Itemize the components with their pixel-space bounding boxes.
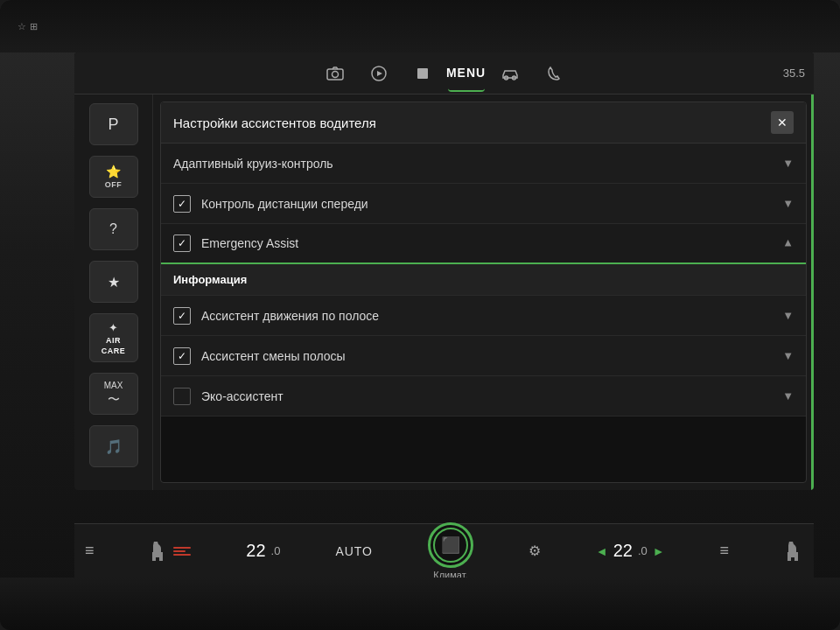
- parking-button[interactable]: P: [89, 103, 138, 145]
- green-accent-line: [811, 94, 814, 490]
- favorites-icon: ★: [108, 274, 120, 290]
- list-item[interactable]: Адаптивный круиз-контроль ▼: [161, 144, 806, 184]
- air-care-button[interactable]: ✦ AIR CARE: [89, 313, 138, 362]
- media-button[interactable]: 🎵: [89, 425, 138, 467]
- content-area: P ⭐ OFF ? ★ ✦ AIR CARE: [74, 94, 814, 490]
- main-panel: › Настройки ассистентов водителя ✕ Адапт…: [153, 94, 814, 490]
- outside-temp: 35.5: [783, 66, 805, 80]
- info-button[interactable]: ?: [89, 208, 138, 250]
- auto-section: AUTO: [335, 544, 373, 558]
- dialog-title: Настройки ассистентов водителя: [173, 116, 376, 130]
- menu-nav-button[interactable]: MENU: [448, 55, 485, 92]
- distance-checkbox[interactable]: ✓: [173, 195, 191, 213]
- svg-rect-4: [417, 68, 428, 79]
- favorites-button[interactable]: ★: [89, 261, 138, 303]
- chevron-down-icon: ▼: [782, 389, 794, 402]
- svg-marker-3: [377, 71, 382, 76]
- status-icons: ☆⊞: [18, 21, 38, 32]
- lane-checkbox[interactable]: ✓: [173, 307, 191, 325]
- right-menu-lines-icon[interactable]: ≡: [720, 542, 730, 560]
- off-label: OFF: [105, 180, 122, 189]
- emergency-assist-label: Emergency Assist: [201, 236, 772, 250]
- care-label: CARE: [102, 346, 126, 355]
- emergency-checkbox[interactable]: ✓: [173, 234, 191, 252]
- right-arrow-icon[interactable]: ►: [653, 544, 665, 558]
- top-nav: MENU 35.5: [74, 52, 814, 94]
- left-temp-decimal: .0: [271, 544, 281, 557]
- left-climate-section: ≡: [85, 542, 94, 560]
- list-item[interactable]: ✓ Ассистент движения по полосе ▼: [161, 296, 806, 336]
- left-arrow-icon[interactable]: ◄: [596, 544, 608, 558]
- lane-change-label: Ассистент смены полосы: [201, 349, 772, 363]
- distance-control-label: Контроль дистанции спереди: [201, 197, 772, 211]
- dialog-close-button[interactable]: ✕: [771, 111, 794, 134]
- screen-icon: ⬛: [441, 536, 460, 555]
- eco-checkbox[interactable]: [173, 388, 191, 405]
- wind-icon: 〜: [108, 392, 120, 408]
- chevron-down-icon: ▼: [782, 157, 794, 170]
- music-icon: 🎵: [105, 438, 122, 455]
- chevron-down-icon: ▼: [782, 197, 794, 210]
- chevron-down-icon: ▼: [782, 309, 794, 322]
- auto-label: AUTO: [335, 544, 373, 558]
- gear-icon[interactable]: ⚙: [528, 542, 541, 559]
- top-bar: ☆⊞: [0, 0, 840, 52]
- chevron-down-icon: ▼: [782, 349, 794, 362]
- lane-change-checkbox[interactable]: ✓: [173, 347, 191, 365]
- media-nav-icon[interactable]: [360, 55, 397, 92]
- left-temp-value: 22: [246, 541, 265, 561]
- right-temp-section: ◄ 22 .0 ►: [596, 541, 665, 561]
- information-label: Информация: [173, 273, 247, 286]
- phone-nav-icon[interactable]: [536, 55, 572, 92]
- right-temp-decimal: .0: [638, 544, 648, 557]
- left-seat-section: [149, 540, 191, 563]
- list-item[interactable]: ✓ Ассистент смены полосы ▼: [161, 336, 806, 376]
- eco-assist-label: Эко-ассистент: [201, 389, 772, 403]
- camera-nav-icon[interactable]: [317, 55, 354, 92]
- max-button[interactable]: MAX 〜: [89, 373, 138, 415]
- climate-gear-section: ⚙: [528, 542, 541, 559]
- dashboard-bottom: [0, 578, 840, 630]
- list-item[interactable]: ✓ Контроль дистанции спереди ▼: [161, 184, 806, 224]
- air-care-label: AIR: [106, 336, 121, 345]
- seat-heat-icon: [173, 547, 191, 556]
- adaptive-cruise-label: Адаптивный круиз-контроль: [173, 157, 772, 171]
- list-item[interactable]: Эко-ассистент ▼: [161, 376, 806, 416]
- sidebar: P ⭐ OFF ? ★ ✦ AIR CARE: [74, 94, 153, 490]
- right-temp-value: 22: [613, 541, 633, 561]
- chevron-up-icon: ▼: [782, 237, 794, 250]
- car-nav-icon[interactable]: [492, 55, 528, 92]
- right-lines-section: ≡: [720, 542, 730, 560]
- menu-lines-icon[interactable]: ≡: [85, 542, 94, 560]
- climate-center-button[interactable]: ⬛: [428, 522, 473, 568]
- star-icon: ⭐: [106, 164, 121, 178]
- driver-assist-dialog: Настройки ассистентов водителя ✕ Адаптив…: [160, 102, 807, 483]
- air-icon: ✦: [108, 321, 118, 334]
- fan-max-icon: MAX: [104, 381, 123, 390]
- dashboard-frame: ☆⊞ MENU 35.5: [0, 0, 840, 630]
- screen: MENU 35.5 P ⭐ OFF: [74, 52, 814, 490]
- seat-icon: [149, 540, 168, 563]
- climate-bar: ≡ 22 .0 AUTO: [74, 523, 814, 578]
- square-nav-icon[interactable]: [404, 55, 441, 92]
- driver-assist-button[interactable]: ⭐ OFF: [89, 156, 138, 198]
- right-seat-section: [784, 540, 803, 563]
- svg-point-1: [332, 71, 338, 77]
- left-temp-display: 22 .0: [246, 541, 280, 561]
- right-seat-icon: [784, 540, 803, 563]
- dialog-header: Настройки ассистентов водителя ✕: [161, 102, 806, 144]
- information-section-header: Информация: [161, 264, 806, 296]
- lane-assist-label: Ассистент движения по полосе: [201, 309, 772, 323]
- list-item[interactable]: ✓ Emergency Assist ▼: [161, 224, 806, 264]
- parking-icon: P: [108, 116, 118, 134]
- question-icon: ?: [109, 221, 117, 237]
